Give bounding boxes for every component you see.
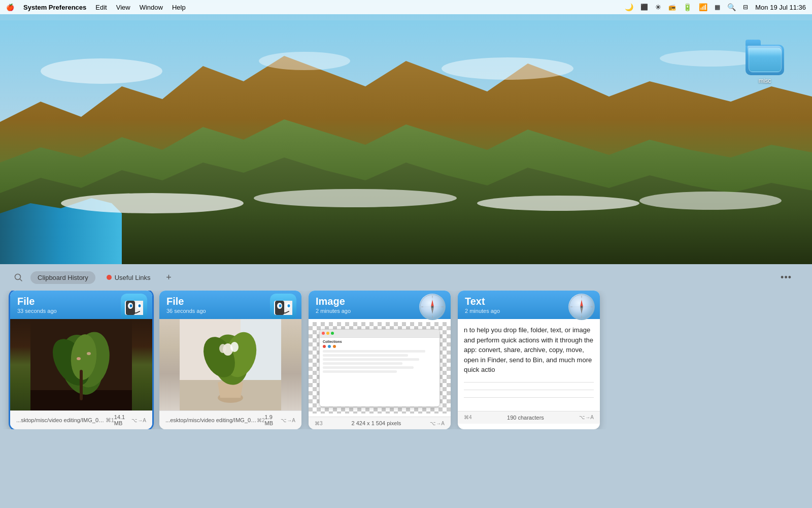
card-file-1[interactable]: File 33 seconds ago <box>10 291 152 429</box>
card-2-plant-image <box>159 319 301 410</box>
card-1-size: 14.1 MB <box>114 414 132 426</box>
card-1-plant-image <box>10 319 152 410</box>
card-1-shortcut: ⌘1 <box>106 417 114 424</box>
card-3-action: ⌥→A <box>430 421 445 426</box>
svg-point-20 <box>139 305 141 307</box>
toolbar: Clipboard History Useful Links + ••• <box>0 264 812 291</box>
line-3 <box>323 358 419 361</box>
card-3-type-info: Image 2 minutes ago <box>316 296 351 314</box>
svg-point-28 <box>77 357 81 360</box>
menubar-left: 🍎 System Preferences Edit View Window He… <box>6 4 186 11</box>
podcast-icon[interactable]: 📻 <box>668 4 676 11</box>
app-name[interactable]: System Preferences <box>23 4 86 11</box>
card-1-body <box>10 319 152 410</box>
control-center-icon[interactable]: ⊟ <box>743 4 748 11</box>
card-3-app-icon <box>419 294 446 320</box>
card-4-size: 190 characters <box>507 415 544 421</box>
tl-red <box>322 332 325 335</box>
card-3-header: Image 2 minutes ago <box>309 291 451 319</box>
svg-point-5 <box>41 58 162 84</box>
card-4-text-body: n to help you drop file, folder, text, o… <box>458 319 600 411</box>
checker-title: Collections <box>323 340 436 343</box>
wifi-icon[interactable]: 📶 <box>699 3 707 11</box>
menubar: 🍎 System Preferences Edit View Window He… <box>0 0 812 14</box>
svg-point-29 <box>87 352 91 355</box>
line-5 <box>323 366 414 369</box>
card-4-footer: ⌘4 190 characters ⌥→A <box>458 411 600 424</box>
svg-point-6 <box>259 52 350 70</box>
add-tab-button[interactable]: + <box>162 270 176 284</box>
card-file-2[interactable]: File 36 seconds ago <box>159 291 301 429</box>
card-image-3[interactable]: Image 2 minutes ago <box>309 291 451 429</box>
text-line-1 <box>464 382 594 383</box>
apple-menu[interactable]: 🍎 <box>6 4 14 11</box>
card-2-time: 36 seconds ago <box>166 308 206 314</box>
card-3-body: Collections <box>309 319 451 417</box>
menubar-right: 🌙 ⬛ ✳ 📻 🔋 📶 ▦ 🔍 ⊟ Mon 19 Jul 11:36 <box>625 3 806 11</box>
text-line-3 <box>464 397 594 398</box>
safari-icon-3 <box>419 294 446 320</box>
dock-area: Clipboard History Useful Links + ••• Fil… <box>0 264 812 508</box>
moon-icon[interactable]: 🌙 <box>625 3 633 11</box>
dot-orange <box>333 345 336 348</box>
search-menu-icon[interactable]: 🔍 <box>727 3 736 11</box>
card-4-time: 2 minutes ago <box>465 308 500 314</box>
menu-edit[interactable]: Edit <box>95 4 107 11</box>
menu-window[interactable]: Window <box>140 4 163 11</box>
dot-blue <box>328 345 331 348</box>
card-3-screenshot: Collections <box>319 329 440 407</box>
text-line-2 <box>464 390 594 390</box>
desktop-folder-misc[interactable]: misc <box>746 45 784 84</box>
svg-point-17 <box>130 305 132 307</box>
card-2-body <box>159 319 301 410</box>
card-4-text-lines <box>464 382 594 398</box>
card-4-header: Text 2 minutes ago <box>458 291 600 319</box>
card-1-type: File <box>17 296 57 307</box>
card-3-type: Image <box>316 296 351 307</box>
card-4-type: Text <box>465 296 500 307</box>
checker-dots-row <box>323 345 436 348</box>
airplay-icon[interactable]: ⬛ <box>640 4 648 11</box>
folder-label: misc <box>759 77 771 84</box>
battery-icon[interactable]: 🔋 <box>683 3 692 11</box>
menu-help[interactable]: Help <box>172 4 186 11</box>
card-2-type: File <box>166 296 206 307</box>
svg-point-7 <box>442 57 573 80</box>
card-2-footer: ...esktop/misc/video editing/IMG_0952.jp… <box>159 410 301 429</box>
card-2-app-icon <box>270 294 296 320</box>
svg-point-3 <box>477 196 639 211</box>
wallpaper <box>0 0 812 264</box>
card-4-app-icon <box>568 294 595 320</box>
search-button[interactable] <box>10 269 26 285</box>
tab-useful-links[interactable]: Useful Links <box>99 271 158 284</box>
card-2-header: File 36 seconds ago <box>159 291 301 319</box>
svg-point-4 <box>639 192 782 210</box>
finder-icon-1 <box>121 294 147 320</box>
card-3-shortcut: ⌘3 <box>315 421 323 426</box>
tl-yellow <box>326 332 329 335</box>
card-3-size: 2 424 x 1 504 pixels <box>352 420 401 426</box>
card-text-4[interactable]: Text 2 minutes ago <box>458 291 600 429</box>
svg-point-2 <box>254 189 457 207</box>
keyboard-icon[interactable]: ▦ <box>715 4 720 11</box>
tl-green <box>331 332 334 335</box>
safari-icon-4 <box>568 294 595 320</box>
tab-clipboard-history[interactable]: Clipboard History <box>30 271 95 284</box>
checker-content: Collections <box>320 338 439 376</box>
card-2-size: 1.9 MB <box>265 414 281 426</box>
cards-container: File 33 seconds ago <box>0 291 812 429</box>
card-4-type-info: Text 2 minutes ago <box>465 296 500 314</box>
folder-icon <box>746 45 784 75</box>
line-1 <box>323 350 425 353</box>
menu-view[interactable]: View <box>116 4 130 11</box>
card-2-path: ...esktop/misc/video editing/IMG_0952.jp… <box>165 417 257 423</box>
svg-point-67 <box>581 306 583 308</box>
card-1-type-info: File 33 seconds ago <box>17 296 57 314</box>
finder-icon-2 <box>270 294 296 320</box>
bluetooth-icon[interactable]: ✳ <box>655 3 661 11</box>
toolbar-more-button[interactable]: ••• <box>781 272 792 283</box>
card-2-action: ⌥→A <box>281 418 295 423</box>
card-1-header: File 33 seconds ago <box>10 291 152 319</box>
svg-point-1 <box>61 193 244 213</box>
dot-red <box>323 345 326 348</box>
